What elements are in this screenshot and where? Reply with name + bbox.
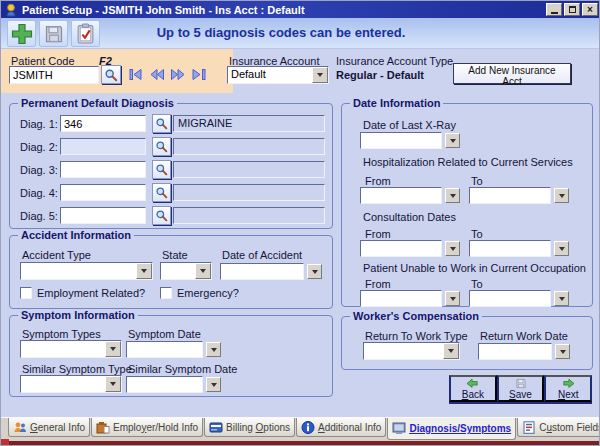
diag-lookup-button[interactable] — [152, 114, 171, 133]
tab-label: Employer/Hold Info — [113, 422, 198, 433]
date-input[interactable] — [469, 187, 551, 204]
save-button[interactable]: Save — [497, 375, 545, 402]
diag-lookup-button[interactable] — [152, 183, 171, 202]
record-next-button[interactable] — [169, 67, 187, 81]
date-input[interactable] — [126, 341, 203, 358]
emergency-checkbox[interactable] — [160, 287, 172, 299]
consultation-from-field[interactable] — [360, 240, 460, 257]
record-last-button[interactable] — [190, 67, 208, 81]
calendar-dropdown-button[interactable] — [554, 188, 569, 203]
symptom-date-field[interactable] — [126, 341, 221, 358]
diagnosis-group-title: Permanent Default Diagnosis — [18, 97, 177, 109]
employment-related-checkbox[interactable] — [20, 287, 32, 299]
close-button[interactable]: × — [582, 3, 598, 16]
dropdown-arrow-button[interactable] — [312, 67, 328, 83]
tab-custom-fields[interactable]: Custom Fields — [517, 418, 600, 437]
calendar-dropdown-button[interactable] — [554, 291, 569, 306]
record-previous-button[interactable] — [148, 67, 166, 81]
wizard-nav-buttons: Back Save Next — [449, 375, 592, 404]
diag-code-input[interactable] — [60, 138, 146, 155]
state-select[interactable] — [160, 262, 212, 280]
calendar-dropdown-button[interactable] — [554, 241, 569, 256]
tab-employer-hold-info[interactable]: Employer/Hold Info — [91, 418, 203, 437]
back-button[interactable]: Back — [449, 375, 497, 402]
patient-lookup-button[interactable] — [101, 65, 121, 84]
diag-description: MIGRAINE — [173, 115, 325, 132]
add-new-insurance-button[interactable]: Add New Insurance Acct — [453, 63, 571, 84]
accident-type-select[interactable] — [20, 262, 153, 280]
diag-description — [173, 184, 325, 201]
workers-comp-group: Worker's Compensation Return To Work Typ… — [341, 316, 593, 370]
symptom-types-select[interactable] — [20, 340, 122, 358]
dropdown-arrow-button[interactable] — [105, 341, 121, 357]
tab-additional-info[interactable]: Additional Info — [296, 418, 386, 437]
calendar-dropdown-button[interactable] — [206, 377, 221, 392]
return-work-date-field[interactable] — [478, 343, 570, 360]
next-button[interactable]: Next — [544, 375, 592, 402]
hospitalization-to-field[interactable] — [469, 187, 569, 204]
minimize-button[interactable] — [546, 3, 562, 16]
return-to-work-type-select[interactable] — [363, 342, 460, 360]
calendar-dropdown-button[interactable] — [206, 342, 221, 357]
date-input[interactable] — [360, 290, 442, 307]
verify-button[interactable] — [71, 20, 100, 47]
xray-date-field[interactable] — [360, 132, 460, 149]
similar-symptom-date-label: Similar Symptom Date — [128, 363, 237, 375]
date-input[interactable] — [478, 343, 552, 360]
unable-to-field[interactable] — [469, 290, 569, 307]
diag-code-input[interactable] — [60, 184, 146, 201]
date-of-accident-field[interactable] — [220, 263, 322, 280]
dropdown-arrow-button[interactable] — [195, 263, 211, 279]
date-input[interactable] — [360, 240, 442, 257]
date-input[interactable] — [220, 263, 304, 280]
diag-lookup-button[interactable] — [152, 206, 171, 225]
tab-general-info[interactable]: General Info — [8, 418, 90, 437]
workers-comp-group-title: Worker's Compensation — [350, 310, 482, 322]
diagnosis-row: Diag. 4: — [10, 184, 332, 203]
calendar-dropdown-button[interactable] — [445, 291, 460, 306]
hospitalization-to-label: To — [471, 175, 483, 187]
calendar-dropdown-button[interactable] — [445, 133, 460, 148]
tab-billing-options[interactable]: Billing Options — [204, 418, 295, 437]
record-first-button[interactable] — [127, 67, 145, 81]
date-input[interactable] — [469, 240, 551, 257]
diag-lookup-button[interactable] — [152, 137, 171, 156]
calendar-dropdown-button[interactable] — [555, 344, 570, 359]
save-icon — [44, 24, 64, 44]
similar-symptom-date-field[interactable] — [126, 376, 221, 393]
accident-group: Accident Information Accident Type State… — [9, 235, 333, 309]
dropdown-arrow-button[interactable] — [136, 263, 152, 279]
back-button-label: Back — [462, 389, 484, 400]
unable-from-field[interactable] — [360, 290, 460, 307]
magnifier-icon — [155, 163, 168, 176]
maximize-button[interactable] — [564, 3, 580, 16]
date-input[interactable] — [360, 132, 442, 149]
tab-diagnosis-symptoms[interactable]: Diagnosis/Symptoms — [387, 418, 516, 440]
accident-group-title: Accident Information — [18, 229, 134, 241]
consultation-to-field[interactable] — [469, 240, 569, 257]
next-record-icon — [170, 68, 186, 81]
dropdown-arrow-button[interactable] — [443, 343, 459, 359]
similar-symptom-type-select[interactable] — [20, 375, 122, 393]
xray-label: Date of Last X-Ray — [363, 119, 456, 131]
diag-code-input[interactable] — [60, 161, 146, 178]
accident-type-label: Accident Type — [22, 249, 91, 261]
patient-code-input[interactable] — [9, 66, 99, 84]
diag-code-input[interactable] — [60, 207, 146, 224]
add-button[interactable] — [7, 20, 36, 47]
hospitalization-from-field[interactable] — [360, 187, 460, 204]
tab-bar: General InfoEmployer/Hold InfoBilling Op… — [1, 417, 600, 441]
calendar-dropdown-button[interactable] — [307, 264, 322, 279]
date-input[interactable] — [469, 290, 551, 307]
date-of-accident-label: Date of Accident — [222, 249, 302, 261]
date-input[interactable] — [360, 187, 442, 204]
calendar-dropdown-button[interactable] — [445, 188, 460, 203]
diag-label: Diag. 3: — [20, 164, 58, 176]
dropdown-arrow-button[interactable] — [105, 376, 121, 392]
calendar-dropdown-button[interactable] — [445, 241, 460, 256]
diag-code-input[interactable] — [60, 115, 146, 132]
date-input[interactable] — [126, 376, 203, 393]
insurance-account-select[interactable]: Default — [227, 66, 329, 84]
diag-lookup-button[interactable] — [152, 160, 171, 179]
save-toolbar-button[interactable] — [39, 20, 68, 47]
